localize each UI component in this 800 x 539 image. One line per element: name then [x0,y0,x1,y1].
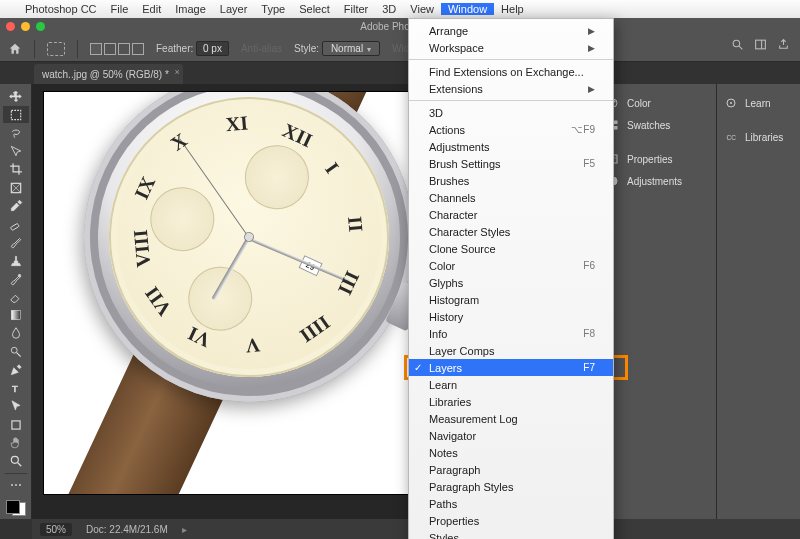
menu-item-character-styles[interactable]: Character Styles [409,223,613,240]
menu-item-extensions[interactable]: Extensions▶ [409,80,613,97]
path-select-tool[interactable] [3,398,29,415]
svg-rect-29 [614,126,618,130]
clone-stamp-tool[interactable] [3,252,29,269]
type-tool[interactable]: T [3,380,29,397]
menu-item-paragraph-styles[interactable]: Paragraph Styles [409,478,613,495]
document-tab[interactable]: watch..jpg @ 50% (RGB/8) * × [34,64,183,84]
edit-toolbar-icon[interactable]: ⋯ [3,476,29,493]
svg-point-11 [11,347,17,353]
brush-tool[interactable] [3,234,29,251]
mac-menubar[interactable]: Photoshop CCFileEditImageLayerTypeSelect… [0,0,800,18]
workspace-switcher-icon[interactable] [754,38,767,53]
app-titlebar: Adobe Photoshop [0,18,800,36]
menu-item-measurement-log[interactable]: Measurement Log [409,410,613,427]
menu-item-clone-source[interactable]: Clone Source [409,240,613,257]
close-tab-icon[interactable]: × [175,67,180,77]
zoom-level[interactable]: 50% [40,523,72,536]
history-brush-tool[interactable] [3,270,29,287]
feather-label: Feather: [156,43,193,54]
shape-tool[interactable] [3,416,29,433]
menu-item-learn[interactable]: Learn [409,376,613,393]
menu-item-libraries[interactable]: Libraries [409,393,613,410]
menu-filter[interactable]: Filter [337,3,375,15]
menu-item-brushes[interactable]: Brushes [409,172,613,189]
hand-tool[interactable] [3,434,29,451]
zoom-tool[interactable] [3,452,29,469]
menu-item-navigator[interactable]: Navigator [409,427,613,444]
menu-item-styles[interactable]: Styles [409,529,613,539]
close-icon[interactable] [6,22,15,31]
menu-item-glyphs[interactable]: Glyphs [409,274,613,291]
svg-rect-27 [614,121,618,125]
menu-item-history[interactable]: History [409,308,613,325]
search-icon[interactable] [731,38,744,53]
svg-rect-2 [756,40,766,49]
svg-point-9 [18,274,20,276]
menu-item-brush-settings[interactable]: Brush SettingsF5 [409,155,613,172]
svg-rect-10 [11,311,20,320]
window-controls[interactable] [6,22,45,31]
menu-help[interactable]: Help [494,3,531,15]
menu-item-arrange[interactable]: Arrange▶ [409,22,613,39]
menu-item-paragraph[interactable]: Paragraph [409,461,613,478]
healing-brush-tool[interactable] [3,216,29,233]
menu-item-channels[interactable]: Channels [409,189,613,206]
eraser-tool[interactable] [3,288,29,305]
svg-rect-4 [11,110,20,119]
menu-select[interactable]: Select [292,3,337,15]
move-tool[interactable] [3,88,29,105]
menu-item-character[interactable]: Character [409,206,613,223]
menu-item-info[interactable]: InfoF8 [409,325,613,342]
feather-input[interactable]: 0 px [196,41,229,56]
blur-tool[interactable] [3,325,29,342]
maximize-icon[interactable] [36,22,45,31]
menu-file[interactable]: File [104,3,136,15]
color-swatches[interactable] [3,497,29,519]
lasso-tool[interactable] [3,124,29,141]
menu-item-find-extensions-on-exchange-[interactable]: Find Extensions on Exchange... [409,63,613,80]
menu-item-workspace[interactable]: Workspace▶ [409,39,613,56]
menu-item-3d[interactable]: 3D [409,104,613,121]
minimize-icon[interactable] [21,22,30,31]
menu-item-paths[interactable]: Paths [409,495,613,512]
svg-point-0 [733,40,740,47]
panel-libraries[interactable]: CCLibraries [717,126,800,148]
menu-3d[interactable]: 3D [375,3,403,15]
home-icon[interactable] [8,42,22,56]
menu-type[interactable]: Type [254,3,292,15]
menu-view[interactable]: View [403,3,441,15]
crop-tool[interactable] [3,161,29,178]
gradient-tool[interactable] [3,307,29,324]
frame-tool[interactable] [3,179,29,196]
quick-select-tool[interactable] [3,143,29,160]
pen-tool[interactable] [3,361,29,378]
menu-item-histogram[interactable]: Histogram [409,291,613,308]
panel-adjustments[interactable]: Adjustments [599,170,716,192]
menu-photoshop-cc[interactable]: Photoshop CC [18,3,104,15]
menu-item-properties[interactable]: Properties [409,512,613,529]
panel-learn[interactable]: Learn [717,92,800,114]
style-select[interactable]: Normal [322,41,380,56]
menu-item-actions[interactable]: Actions⌥F9 [409,121,613,138]
panel-swatches[interactable]: Swatches [599,114,716,136]
menu-layer[interactable]: Layer [213,3,255,15]
menu-item-adjustments[interactable]: Adjustments [409,138,613,155]
dodge-tool[interactable] [3,343,29,360]
tool-preset-icon[interactable] [47,42,65,56]
menu-item-notes[interactable]: Notes [409,444,613,461]
menu-image[interactable]: Image [168,3,213,15]
menu-window[interactable]: Window [441,3,494,15]
menu-item-layer-comps[interactable]: Layer Comps [409,342,613,359]
status-menu-icon[interactable]: ▸ [182,524,187,535]
marquee-mode-icon[interactable] [90,43,144,55]
marquee-tool[interactable] [3,106,29,123]
window-menu-dropdown[interactable]: Arrange▶Workspace▶Find Extensions on Exc… [408,18,614,539]
panel-properties[interactable]: Properties [599,148,716,170]
eyedropper-tool[interactable] [3,197,29,214]
foreground-color-swatch[interactable] [6,500,20,514]
menu-edit[interactable]: Edit [135,3,168,15]
share-icon[interactable] [777,38,790,53]
menu-item-layers[interactable]: ✓LayersF7 [409,359,613,376]
menu-item-color[interactable]: ColorF6 [409,257,613,274]
panel-color[interactable]: Color [599,92,716,114]
